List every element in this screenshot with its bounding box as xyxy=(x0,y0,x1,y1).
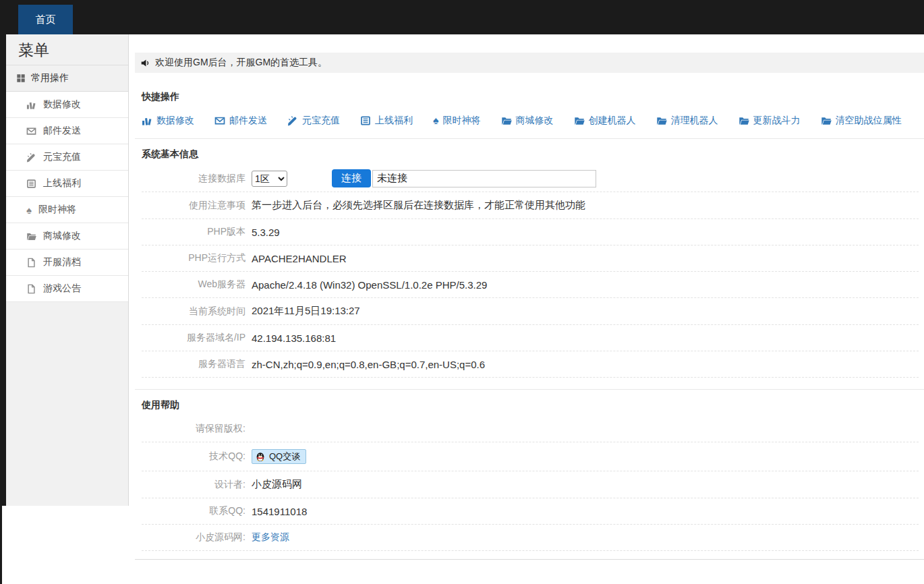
quick-link-label: 创建机器人 xyxy=(589,115,636,127)
sidebar-item-limited-hero[interactable]: ♠ 限时神将 xyxy=(6,197,128,223)
sidebar-item-game-announcement[interactable]: 游戏公告 xyxy=(6,276,128,302)
announcement-text: 欢迎使用GM后台，开服GM的首选工具。 xyxy=(155,57,327,69)
connection-status-input[interactable] xyxy=(372,170,596,187)
info-row-server-ip: 服务器域名/IP 42.194.135.168:81 xyxy=(142,325,919,351)
quick-link-label: 数据修改 xyxy=(156,115,194,127)
help-rows: 请保留版权: 技术QQ: QQ交谈 设计者: 小皮源码网 联系QQ: 15419… xyxy=(142,416,919,551)
info-row-web-server: Web服务器 Apache/2.4.18 (Win32) OpenSSL/1.0… xyxy=(142,272,919,298)
info-row-php-sapi: PHP运行方式 APACHE2HANDLER xyxy=(142,245,919,272)
row-value: 42.194.135.168:81 xyxy=(252,332,336,344)
sidebar-item-label: 开服清档 xyxy=(43,256,81,268)
info-row-usage-note: 使用注意事项 第一步进入后台，必须先选择区服后在连接数据库，才能正常使用其他功能 xyxy=(142,192,919,219)
row-value: 第一步进入后台，必须先选择区服后在连接数据库，才能正常使用其他功能 xyxy=(252,199,585,212)
folder-icon xyxy=(574,115,585,126)
qq-chat-label: QQ交谈 xyxy=(269,450,300,463)
quick-link-label: 邮件发送 xyxy=(229,115,267,127)
row-value: zh-CN,zh;q=0.9,en;q=0.8,en-GB;q=0.7,en-U… xyxy=(252,359,485,370)
envelope-icon xyxy=(214,115,225,126)
sidebar-item-mail-send[interactable]: 邮件发送 xyxy=(6,118,128,144)
quick-actions-title: 快捷操作 xyxy=(142,91,919,103)
folder-icon xyxy=(26,231,36,241)
section-divider xyxy=(135,389,924,390)
qq-penguin-icon xyxy=(255,451,266,462)
tab-home-label: 首页 xyxy=(36,13,56,26)
row-label: 服务器语言 xyxy=(142,358,252,370)
sidebar-group-label: 常用操作 xyxy=(31,72,69,84)
quick-link-clean-robots[interactable]: 清理机器人 xyxy=(656,115,718,127)
sidebar-item-label: 限时神将 xyxy=(38,204,76,216)
row-label: PHP运行方式 xyxy=(142,252,252,264)
quick-link-limited-hero[interactable]: ♠ 限时神将 xyxy=(433,115,481,127)
row-label: 联系QQ: xyxy=(142,505,252,517)
file-icon xyxy=(26,284,36,294)
sidebar-item-label: 数据修改 xyxy=(43,98,81,111)
row-label: 连接数据库 xyxy=(142,173,252,185)
spade-icon: ♠ xyxy=(433,115,439,126)
connect-button[interactable]: 连接 xyxy=(332,169,371,187)
help-row-tech-qq: 技术QQ: QQ交谈 xyxy=(142,442,919,471)
row-label: 使用注意事项 xyxy=(142,200,252,212)
quick-link-clear-assist-attrs[interactable]: 清空助战位属性 xyxy=(821,115,902,127)
sidebar-item-yuanbao-recharge[interactable]: 元宝充值 xyxy=(6,144,128,171)
folder-icon xyxy=(501,115,512,126)
recharge-pen-icon xyxy=(26,152,36,163)
sidebar-item-online-welfare[interactable]: 上线福利 xyxy=(6,171,128,197)
quick-link-online-welfare[interactable]: 上线福利 xyxy=(360,115,413,127)
speaker-icon xyxy=(140,58,150,68)
quick-link-shop-edit[interactable]: 商城修改 xyxy=(501,115,554,127)
quick-link-yuanbao-recharge[interactable]: 元宝充值 xyxy=(287,115,340,127)
envelope-icon xyxy=(26,126,36,136)
quick-link-label: 商城修改 xyxy=(516,115,554,127)
left-edge-strip-bottom xyxy=(0,506,2,584)
connect-db-row: 连接数据库 1区 连接 xyxy=(142,165,919,192)
quick-link-update-power[interactable]: 更新战斗力 xyxy=(739,115,801,127)
folder-icon xyxy=(739,115,749,126)
info-row-php-version: PHP版本 5.3.29 xyxy=(142,219,919,245)
section-divider xyxy=(135,138,924,139)
row-value: 5.3.29 xyxy=(252,227,280,238)
sidebar-item-label: 游戏公告 xyxy=(43,283,81,295)
info-row-system-time: 当前系统时间 2021年11月5日19:13:27 xyxy=(142,298,919,325)
row-label: 请保留版权: xyxy=(142,423,252,435)
sidebar-item-data-edit[interactable]: 数据修改 xyxy=(6,92,128,118)
quick-link-label: 清空助战位属性 xyxy=(836,115,902,127)
tab-home[interactable]: 首页 xyxy=(18,5,73,34)
top-navbar: 首页 xyxy=(0,0,924,34)
main-content: 欢迎使用GM后台，开服GM的首选工具。 快捷操作 数据修改 邮件发送 元宝充值 … xyxy=(129,34,924,584)
zone-select[interactable]: 1区 xyxy=(252,171,287,187)
quick-link-create-robots[interactable]: 创建机器人 xyxy=(574,115,636,127)
system-info-rows: 连接数据库 1区 连接 使用注意事项 第一步进入后台，必须先选择区服后在连接数据… xyxy=(142,165,919,378)
quick-link-data-edit[interactable]: 数据修改 xyxy=(142,115,194,127)
content-bottom-border xyxy=(135,559,924,560)
help-row-designer: 设计者: 小皮源码网 xyxy=(142,471,919,498)
sidebar-title: 菜单 xyxy=(6,34,128,65)
row-label: PHP版本 xyxy=(142,226,252,238)
quick-link-mail-send[interactable]: 邮件发送 xyxy=(214,115,267,127)
help-title: 使用帮助 xyxy=(142,399,919,411)
sidebar-group-common-ops[interactable]: 常用操作 xyxy=(6,65,128,92)
sidebar-item-label: 邮件发送 xyxy=(43,125,81,137)
system-info-title: 系统基本信息 xyxy=(142,148,919,160)
quick-actions-links: 数据修改 邮件发送 元宝充值 上线福利 ♠ 限时神将 商城修改 创建机器人 xyxy=(142,115,919,127)
sidebar-item-shop-edit[interactable]: 商城修改 xyxy=(6,223,128,250)
sidebar-item-server-wipe[interactable]: 开服清档 xyxy=(6,250,128,276)
sidebar-item-label: 商城修改 xyxy=(43,230,81,242)
row-value: 1541911018 xyxy=(252,506,307,517)
left-edge-strip xyxy=(0,34,6,506)
quick-link-label: 元宝充值 xyxy=(302,115,340,127)
quick-link-label: 上线福利 xyxy=(375,115,413,127)
row-label: Web服务器 xyxy=(142,279,252,291)
chart-bars-icon xyxy=(26,100,36,110)
list-icon xyxy=(26,179,36,189)
more-resources-link[interactable]: 更多资源 xyxy=(252,531,289,544)
row-value: APACHE2HANDLER xyxy=(252,253,347,264)
folder-icon xyxy=(656,115,667,126)
row-value: 2021年11月5日19:13:27 xyxy=(252,305,360,318)
row-label: 技术QQ: xyxy=(142,450,252,463)
sidebar-item-label: 上线福利 xyxy=(43,177,81,189)
help-row-copyright: 请保留版权: xyxy=(142,416,919,442)
qq-chat-button[interactable]: QQ交谈 xyxy=(252,449,306,464)
apps-icon xyxy=(16,74,26,83)
quick-link-label: 更新战斗力 xyxy=(753,115,801,127)
recharge-pen-icon xyxy=(287,115,298,126)
